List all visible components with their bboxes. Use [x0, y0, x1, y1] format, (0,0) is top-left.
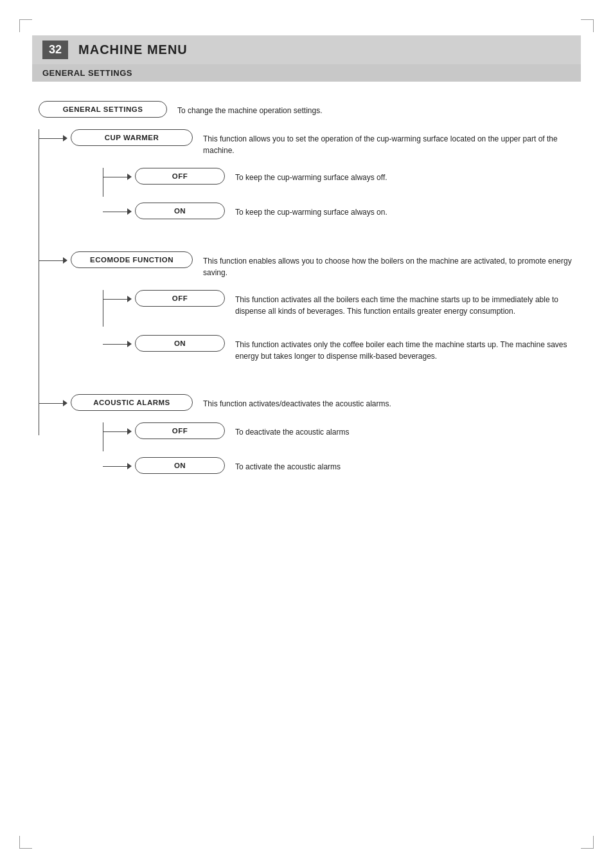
cup-warmer-on-row: ON To keep the cup-warming surface alway…: [135, 203, 581, 219]
ecomode-on-row: ON This function activates only the coff…: [135, 335, 581, 362]
cup-warmer-arrow: [63, 135, 67, 141]
section-header: GENERAL SETTINGS: [32, 64, 581, 82]
eco-arrow: [63, 257, 67, 264]
cu-on-hline: [103, 212, 129, 212]
cu-on-arrow: [127, 208, 132, 215]
ecomode-sub: OFF This function activates all the boil…: [103, 290, 581, 362]
cup-warmer-desc: This function allows you to set the oper…: [193, 129, 581, 156]
acoustic-section: ACOUSTIC ALARMS This function activates/…: [71, 394, 581, 474]
cup-warmer-node: CUP WARMER: [71, 129, 193, 146]
acoustic-off-node: OFF: [135, 422, 225, 439]
acoustic-off-desc: To deactivate the acoustic alarms: [225, 422, 581, 438]
main-v-line: [39, 129, 39, 435]
root-desc: To change the machine operation settings…: [167, 101, 581, 116]
corner-mark-tr: [581, 19, 594, 32]
ecomode-on-node: ON: [135, 335, 225, 352]
cu-off-hline: [103, 177, 129, 177]
ecomode-on-desc: This function activates only the coffee …: [225, 335, 581, 362]
acoustic-desc: This function activates/deactivates the …: [193, 394, 581, 410]
acoustic-on-desc: To activate the acoustic alarms: [225, 457, 581, 473]
corner-mark-br: [581, 836, 594, 849]
cup-warmer-off-node: OFF: [135, 168, 225, 185]
cup-warmer-sub: OFF To keep the cup-warming surface alwa…: [103, 168, 581, 219]
ecomode-off-desc: This function activates all the boilers …: [225, 290, 581, 317]
ecomode-node: ECOMODE FUNCTION: [71, 251, 193, 268]
cup-warmer-on-node: ON: [135, 203, 225, 219]
content-area: GENERAL SETTINGS To change the machine o…: [32, 95, 581, 493]
root-node: GENERAL SETTINGS: [39, 101, 167, 118]
acoustic-row: ACOUSTIC ALARMS This function activates/…: [71, 394, 581, 411]
main-branch: CUP WARMER This function allows you to s…: [39, 129, 581, 474]
acoustic-node: ACOUSTIC ALARMS: [71, 394, 193, 411]
cup-warmer-on-desc: To keep the cup-warming surface always o…: [225, 203, 581, 218]
eco-on-hline: [103, 344, 129, 345]
aco-arrow: [63, 400, 67, 406]
ecomode-row: ECOMODE FUNCTION This function enables a…: [71, 251, 581, 278]
ecomode-desc: This function enables allows you to choo…: [193, 251, 581, 278]
page-header: 32 MACHINE MENU: [32, 35, 581, 64]
ecomode-off-row: OFF This function activates all the boil…: [135, 290, 581, 317]
corner-mark-tl: [19, 19, 32, 32]
eco-on-arrow: [127, 341, 132, 347]
eco-h-line: [39, 260, 64, 261]
ecomode-section: ECOMODE FUNCTION This function enables a…: [71, 251, 581, 362]
cup-warmer-off-desc: To keep the cup-warming surface always o…: [225, 168, 581, 183]
corner-mark-bl: [19, 836, 32, 849]
page-title: MACHINE MENU: [78, 42, 188, 57]
page-number: 32: [42, 41, 68, 59]
acoustic-off-row: OFF To deactivate the acoustic alarms: [135, 422, 581, 439]
aco-h-line: [39, 403, 64, 404]
ecomode-sub-v-line: [103, 290, 103, 327]
cup-warmer-sub-v-line: [103, 168, 103, 197]
cup-warmer-h-line: [39, 138, 64, 139]
cu-off-arrow: [127, 174, 132, 180]
eco-off-hline: [103, 299, 129, 300]
ecomode-off-node: OFF: [135, 290, 225, 307]
cup-warmer-row: CUP WARMER This function allows you to s…: [71, 129, 581, 156]
cup-warmer-off-row: OFF To keep the cup-warming surface alwa…: [135, 168, 581, 185]
acoustic-on-row: ON To activate the acoustic alarms: [135, 457, 581, 474]
cup-warmer-section: CUP WARMER This function allows you to s…: [71, 129, 581, 219]
aco-on-arrow: [127, 463, 132, 469]
acoustic-on-node: ON: [135, 457, 225, 474]
aco-sub-v-line: [103, 422, 103, 451]
root-row: GENERAL SETTINGS To change the machine o…: [39, 101, 581, 118]
aco-on-hline: [103, 466, 129, 467]
aco-off-hline: [103, 431, 129, 432]
acoustic-sub: OFF To deactivate the acoustic alarms ON…: [103, 422, 581, 474]
aco-off-arrow: [127, 428, 132, 435]
eco-off-arrow: [127, 296, 132, 302]
